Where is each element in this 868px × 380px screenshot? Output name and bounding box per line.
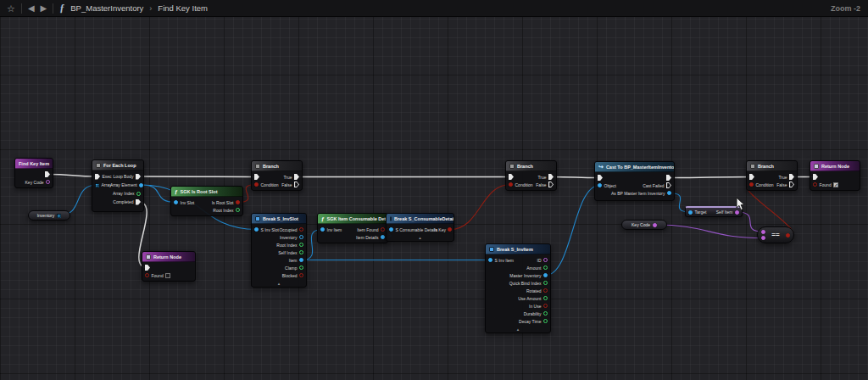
collapse-node-button[interactable]: ▴ [252,281,306,287]
pin-item-found[interactable] [381,227,385,232]
pin-exec[interactable] [666,175,671,181]
pin-item-details[interactable] [381,235,385,239]
pin-found[interactable] [813,182,817,187]
breadcrumb-current[interactable]: Find Key Item [158,3,208,13]
pin-true[interactable] [548,174,554,180]
pin-clamp[interactable] [299,265,303,270]
wire-exec[interactable] [138,176,257,177]
wire-bool[interactable] [450,185,511,230]
pin-id[interactable] [543,258,548,262]
pin-condition[interactable] [749,182,754,187]
pin-exec[interactable] [598,175,603,181]
pin-exec[interactable] [749,174,754,180]
pin-rotated[interactable] [543,288,548,293]
pin-s-consumable-details[interactable] [389,227,393,232]
pin-false[interactable] [294,182,299,187]
pin-label: Occupied [279,227,297,232]
node-branch-1[interactable]: BranchTrueConditionFalse [251,160,303,191]
node-inventory-getter[interactable]: Inventory [28,210,70,221]
pin-s-inv-item[interactable] [488,258,492,262]
pin-exec[interactable] [145,265,150,271]
pin-cast-failed[interactable] [666,182,671,188]
pin-label: Condition [261,182,279,187]
node-return-node-top[interactable]: Return NodeFound✓ [810,160,860,191]
found-checkbox[interactable] [165,273,170,278]
pin-is-root-slot[interactable] [236,200,240,204]
pin-object[interactable] [57,214,61,218]
wire-exec[interactable] [669,177,752,178]
pin-false[interactable] [789,182,794,187]
pin-exec[interactable] [509,174,514,180]
forward-button[interactable]: ▶ [41,0,47,17]
node-key-code-getter[interactable]: Key Code [621,220,667,230]
pin-exec[interactable] [813,174,818,180]
node-return-node-lower[interactable]: Return NodeFound [142,251,196,282]
pin-target[interactable] [688,210,693,215]
pin-self-index[interactable] [299,250,303,254]
node-break-s-invslot[interactable]: Break S_InvSlotS Inv SlotOccupiedInvento… [251,213,307,288]
pin-use-amount[interactable] [543,296,548,300]
pin-loop-body[interactable] [136,174,141,180]
pin-exec[interactable] [45,171,50,177]
wire-exec[interactable] [47,175,97,177]
back-button[interactable]: ◀ [28,0,35,17]
node-eq-node[interactable]: == [757,226,794,243]
pin-name[interactable] [761,236,765,240]
wire-object[interactable] [546,186,600,276]
pin-root-index[interactable] [299,243,303,247]
breadcrumb-root[interactable]: BP_MasterInventory [70,3,143,13]
pin-master-inventory[interactable] [543,273,548,277]
wire-exec[interactable] [551,177,600,178]
collapse-node-button[interactable]: ▴ [486,327,550,332]
pin-exec[interactable] [254,174,259,180]
pin-label: True [778,175,787,180]
node-branch-3[interactable]: BranchTrueConditionFalse [746,160,798,191]
pin-condition[interactable] [509,182,513,187]
pin-condition[interactable] [254,182,259,187]
pin-bool[interactable] [786,233,790,238]
node-sgk-is-root-slot[interactable]: ƒSGK Is Root SlotInv SlotIs Root SlotRoo… [170,186,243,216]
pin-true[interactable] [294,174,299,180]
pin-blocked[interactable] [299,273,303,277]
collapse-node-button[interactable]: ▴ [387,235,453,241]
pin-occupied[interactable] [299,227,303,232]
node-cast-node[interactable]: ↪Cast To BP_MasterItemInventoryObjectCas… [594,161,675,201]
pin-array-index[interactable] [136,192,141,196]
pin-is-key[interactable] [448,227,452,232]
pin-object[interactable] [598,183,602,187]
pin-completed[interactable] [136,199,141,205]
favorite-star-icon[interactable]: ☆ [7,0,15,17]
pin-inv-slot[interactable] [174,200,178,204]
blueprint-graph-canvas[interactable]: ☆ ◀ ▶ ƒ BP_MasterInventory › Find Key It… [0,0,868,380]
pin-exec[interactable] [95,174,100,180]
pin-found[interactable] [145,273,149,277]
pin-array[interactable] [95,183,99,187]
pin-quick-bind-index[interactable] [543,281,548,285]
pin-true[interactable] [789,174,794,180]
pin-as-bp-master-item-inventory[interactable] [667,191,671,195]
pin-name[interactable] [653,223,657,227]
found-checkbox[interactable]: ✓ [833,182,838,187]
pin-inv-item[interactable] [320,227,325,232]
pin-key-code[interactable] [46,180,50,184]
pin-in-use[interactable] [543,304,548,308]
node-break-s-consumabledetails[interactable]: Break S_ConsumableDetailsS Consumable De… [386,213,454,242]
node-sgk-item-consumable-details[interactable]: ƒSGK Item Consumable DetailsInv ItemItem… [317,213,388,243]
node-branch-2[interactable]: BranchTrueConditionFalse [505,160,557,191]
node-find-key-item[interactable]: Find Key ItemKey Code [14,158,53,188]
node-for-each-loop[interactable]: For Each LoopExecLoop BodyArrayArray Ele… [92,159,144,212]
pin-array-element[interactable] [139,183,143,187]
node-break-s-invitem[interactable]: Break S_InvItemS Inv ItemIDAmountMaster … [485,243,551,333]
pin-s-inv-slot[interactable] [254,227,259,232]
pin-item[interactable] [299,258,303,262]
node-self-item-node[interactable]: TargetSelf Item [685,206,743,217]
pin-durability[interactable] [543,311,548,316]
pin-root-index[interactable] [236,208,240,212]
pin-name[interactable] [761,230,765,234]
pin-decay-time[interactable] [543,319,548,323]
pin-false[interactable] [548,182,554,187]
cast-icon: ↪ [598,164,604,170]
pin-amount[interactable] [543,265,548,270]
wire-name[interactable] [654,225,763,238]
pin-inventory[interactable] [299,235,303,239]
